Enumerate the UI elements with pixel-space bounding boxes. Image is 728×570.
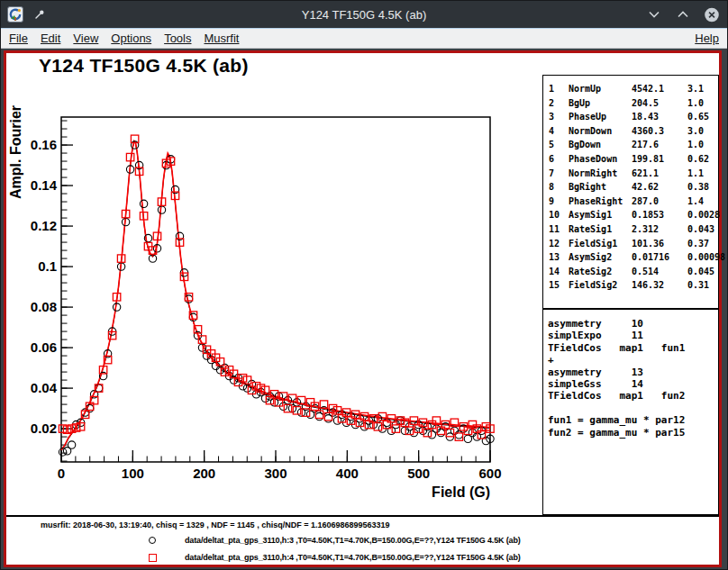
- theory-line: TFieldCos map1 fun2: [548, 390, 718, 402]
- menu-tools[interactable]: Tools: [158, 32, 197, 45]
- svg-text:0.08: 0.08: [31, 299, 57, 314]
- svg-text:0.04: 0.04: [31, 380, 58, 395]
- svg-text:0.12: 0.12: [31, 218, 57, 233]
- svg-text:0.1: 0.1: [38, 258, 57, 274]
- theory-line: simplExpo 11: [548, 330, 718, 341]
- parameter-row: 2BgUp204.51.0: [549, 96, 718, 111]
- fit-curve-red: [61, 141, 490, 450]
- svg-text:0.06: 0.06: [31, 339, 57, 355]
- menu-edit[interactable]: Edit: [34, 32, 67, 45]
- menu-view[interactable]: View: [67, 32, 105, 45]
- plot-frame: [61, 117, 490, 462]
- parameter-row: 5BgDown217.61.0: [549, 138, 718, 152]
- menu-file[interactable]: File: [3, 32, 34, 45]
- parameter-row: 3PhaseUp18.430.65: [549, 110, 718, 124]
- fit-info-line: musrfit: 2018-06-30, 13:19:40, chisq = 1…: [41, 520, 389, 529]
- window-title: Y124 TF150G 4.5K (ab): [1, 8, 727, 22]
- parameter-row: 13AsymSig20.017160.00098: [549, 250, 718, 265]
- theory-line: +: [548, 354, 718, 366]
- parameter-row: 14RateSig20.5140.045: [549, 265, 718, 279]
- root-canvas[interactable]: Y124 TF150G 4.5K (ab) 010020030040050060…: [4, 50, 722, 567]
- theory-line: asymmetry 10: [548, 318, 718, 330]
- series-square: [59, 135, 494, 440]
- legend-entry: data/deltat_pta_gps_3110,h:4 ,T0=4.50K,T…: [6, 552, 719, 563]
- menu-musrfit[interactable]: Musrfit: [197, 32, 245, 45]
- parameter-row: 9PhaseRight287.01.4: [549, 195, 718, 209]
- menu-help[interactable]: Help: [687, 32, 727, 45]
- svg-text:0.16: 0.16: [31, 137, 57, 152]
- titlebar[interactable]: Y124 TF150G 4.5K (ab): [1, 1, 727, 28]
- svg-text:0.14: 0.14: [31, 177, 58, 193]
- menu-options[interactable]: Options: [105, 32, 158, 45]
- menubar: File Edit View Options Tools Musrfit Hel…: [1, 28, 727, 49]
- parameter-row: 6PhaseDown199.810.62: [549, 152, 718, 167]
- legend-pad: musrfit: 2018-06-30, 13:19:40, chisq = 1…: [6, 515, 719, 565]
- series-circle: [59, 141, 494, 456]
- app-window: Y124 TF150G 4.5K (ab) File Edit View Opt…: [0, 0, 728, 570]
- x-axis: 0100200300400500600Field (G): [58, 450, 502, 500]
- plot-area[interactable]: 0100200300400500600Field (G)0.020.040.06…: [6, 53, 551, 514]
- svg-text:100: 100: [122, 466, 144, 481]
- theory-line: fun2 = gamma_mu * par15: [548, 427, 718, 439]
- svg-text:600: 600: [478, 466, 501, 481]
- parameter-row: 11RateSig12.3120.043: [549, 222, 718, 237]
- parameter-row: 10AsymSig10.18530.0028: [549, 208, 718, 222]
- parameter-row: 4NormDown4360.33.0: [549, 124, 718, 139]
- theory-line: [548, 403, 718, 414]
- theory-line: TFieldCos map1 fun1: [548, 342, 718, 354]
- square-marker-icon: [143, 552, 161, 563]
- pin-icon[interactable]: [32, 6, 48, 23]
- maximize-button[interactable]: [675, 6, 691, 23]
- fit-curve-black: [61, 142, 490, 451]
- circle-marker-icon: [143, 535, 161, 546]
- y-axis-title: Ampl. Fourier: [8, 105, 23, 199]
- fit-parameter-box[interactable]: 1NormUp4542.13.12BgUp204.51.03PhaseUp18.…: [542, 75, 719, 309]
- app-icon: [7, 6, 23, 23]
- parameter-row: 8BgRight42.620.38: [549, 180, 718, 195]
- theory-line: simpleGss 14: [548, 378, 718, 390]
- close-button[interactable]: [704, 6, 720, 23]
- theory-box[interactable]: asymmetry 10simplExpo 11TFieldCos map1 f…: [542, 309, 719, 515]
- y-axis: 0.020.040.060.080.10.120.140.16Ampl. Fou…: [8, 105, 73, 461]
- svg-text:400: 400: [336, 466, 359, 481]
- svg-text:500: 500: [407, 466, 430, 481]
- svg-text:0: 0: [58, 466, 65, 481]
- legend-entry-label: data/deltat_pta_gps_3110,h:3 ,T0=4.50K,T…: [185, 536, 521, 545]
- minimize-button[interactable]: [646, 6, 662, 23]
- svg-text:300: 300: [264, 466, 287, 481]
- legend-entry-label: data/deltat_pta_gps_3110,h:4 ,T0=4.50K,T…: [185, 553, 521, 562]
- parameter-row: 12FieldSig1101.360.37: [549, 237, 718, 251]
- legend-entry: data/deltat_pta_gps_3110,h:3 ,T0=4.50K,T…: [6, 535, 719, 546]
- parameter-row: 7NormRight621.11.1: [549, 167, 718, 181]
- parameter-row: 1NormUp4542.13.1: [549, 82, 718, 96]
- theory-line: asymmetry 13: [548, 366, 718, 378]
- svg-text:200: 200: [193, 466, 215, 481]
- x-axis-title: Field (G): [432, 484, 490, 500]
- theory-line: fun1 = gamma_mu * par12: [548, 414, 718, 426]
- svg-text:0.02: 0.02: [31, 421, 57, 436]
- parameter-row: 15FieldSig2146.320.31: [549, 278, 718, 293]
